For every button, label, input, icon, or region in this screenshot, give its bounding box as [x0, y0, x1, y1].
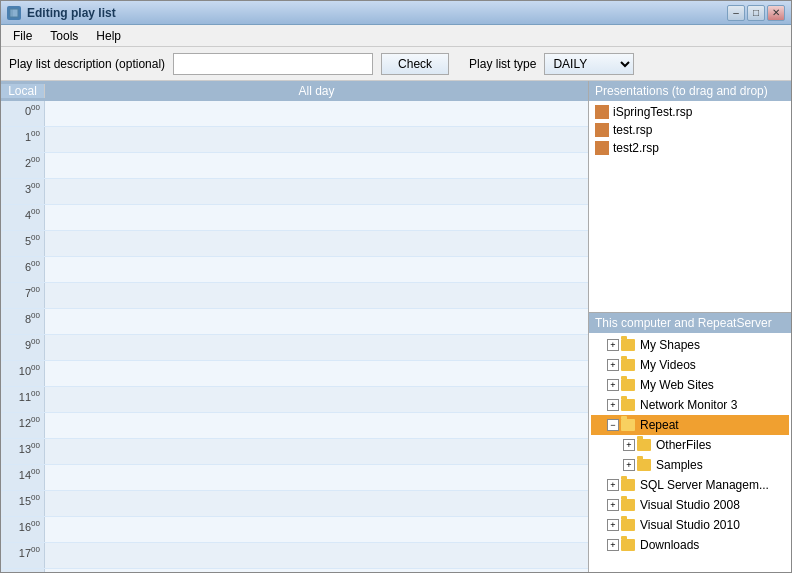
tree-item-label: My Shapes — [640, 338, 700, 352]
calendar-row[interactable]: 1400 — [1, 465, 588, 491]
tree-item[interactable]: +Visual Studio 2010 — [591, 515, 789, 535]
tree-item[interactable]: +My Videos — [591, 355, 789, 375]
event-cell[interactable] — [45, 361, 588, 386]
check-button[interactable]: Check — [381, 53, 449, 75]
calendar-row[interactable]: 400 — [1, 205, 588, 231]
time-cell: 1400 — [1, 465, 45, 490]
folder-icon — [621, 379, 635, 391]
time-cell: 800 — [1, 309, 45, 334]
event-cell[interactable] — [45, 439, 588, 464]
event-cell[interactable] — [45, 465, 588, 490]
presentation-item[interactable]: test2.rsp — [591, 139, 789, 157]
tree-item[interactable]: −Repeat — [591, 415, 789, 435]
event-cell[interactable] — [45, 491, 588, 516]
calendar-row[interactable]: 000 — [1, 101, 588, 127]
time-cell: 700 — [1, 283, 45, 308]
app-icon — [7, 6, 21, 20]
tree-item-label: Visual Studio 2008 — [640, 498, 740, 512]
calendar-row[interactable]: 1100 — [1, 387, 588, 413]
event-cell[interactable] — [45, 335, 588, 360]
time-cell: 1600 — [1, 517, 45, 542]
presentation-icon — [595, 141, 609, 155]
expand-icon[interactable]: + — [607, 499, 619, 511]
expand-icon[interactable]: + — [607, 479, 619, 491]
calendar-row[interactable]: 1200 — [1, 413, 588, 439]
calendar-row[interactable]: 1600 — [1, 517, 588, 543]
description-label: Play list description (optional) — [9, 57, 165, 71]
folder-icon — [621, 519, 635, 531]
collapse-icon[interactable]: − — [607, 419, 619, 431]
event-cell[interactable] — [45, 413, 588, 438]
expand-icon[interactable]: + — [607, 519, 619, 531]
calendar-row[interactable]: 1700 — [1, 543, 588, 569]
calendar-row[interactable]: 1800 — [1, 569, 588, 572]
event-cell[interactable] — [45, 309, 588, 334]
expand-icon[interactable]: + — [623, 459, 635, 471]
folder-icon — [621, 359, 635, 371]
calendar-scroll[interactable]: 0001002003004005006007008009001000110012… — [1, 101, 588, 572]
tree-item-label: OtherFiles — [656, 438, 711, 452]
main-area: Local All day 00010020030040050060070080… — [1, 81, 791, 572]
menu-help[interactable]: Help — [88, 27, 129, 45]
event-cell[interactable] — [45, 127, 588, 152]
tree-item[interactable]: +Downloads — [591, 535, 789, 555]
expand-icon[interactable]: + — [607, 379, 619, 391]
calendar-row[interactable]: 900 — [1, 335, 588, 361]
calendar-row[interactable]: 300 — [1, 179, 588, 205]
expand-icon[interactable]: + — [607, 539, 619, 551]
tree-item-label: Visual Studio 2010 — [640, 518, 740, 532]
calendar-row[interactable]: 200 — [1, 153, 588, 179]
tree-item[interactable]: +Visual Studio 2008 — [591, 495, 789, 515]
event-cell[interactable] — [45, 231, 588, 256]
tree-item-label: Repeat — [640, 418, 679, 432]
event-cell[interactable] — [45, 569, 588, 572]
time-cell: 900 — [1, 335, 45, 360]
folder-icon — [637, 439, 651, 451]
tree-scroll[interactable]: +My Shapes+My Videos+My Web Sites+Networ… — [589, 333, 791, 572]
event-cell[interactable] — [45, 543, 588, 568]
tree-item[interactable]: +My Web Sites — [591, 375, 789, 395]
calendar-row[interactable]: 500 — [1, 231, 588, 257]
event-cell[interactable] — [45, 179, 588, 204]
expand-icon[interactable]: + — [607, 399, 619, 411]
event-cell[interactable] — [45, 257, 588, 282]
minimize-button[interactable]: – — [727, 5, 745, 21]
menu-file[interactable]: File — [5, 27, 40, 45]
right-panel: Presentations (to drag and drop) iSpring… — [589, 81, 791, 572]
event-cell[interactable] — [45, 387, 588, 412]
description-input[interactable] — [173, 53, 373, 75]
presentations-list[interactable]: iSpringTest.rsptest.rsptest2.rsp — [589, 101, 791, 312]
tree-item[interactable]: +OtherFiles — [591, 435, 789, 455]
folder-icon — [621, 539, 635, 551]
event-cell[interactable] — [45, 101, 588, 126]
calendar-row[interactable]: 1300 — [1, 439, 588, 465]
event-cell[interactable] — [45, 283, 588, 308]
title-bar-controls: – □ ✕ — [727, 5, 785, 21]
event-cell[interactable] — [45, 153, 588, 178]
menu-tools[interactable]: Tools — [42, 27, 86, 45]
playlist-type-select[interactable]: DAILY WEEKLY MONTHLY — [544, 53, 634, 75]
expand-icon[interactable]: + — [607, 339, 619, 351]
title-bar-left: Editing play list — [7, 6, 116, 20]
calendar-row[interactable]: 1500 — [1, 491, 588, 517]
tree-item[interactable]: +SQL Server Managem... — [591, 475, 789, 495]
tree-item-label: SQL Server Managem... — [640, 478, 769, 492]
event-cell[interactable] — [45, 517, 588, 542]
presentation-item[interactable]: iSpringTest.rsp — [591, 103, 789, 121]
presentation-item[interactable]: test.rsp — [591, 121, 789, 139]
close-button[interactable]: ✕ — [767, 5, 785, 21]
maximize-button[interactable]: □ — [747, 5, 765, 21]
calendar-row[interactable]: 1000 — [1, 361, 588, 387]
calendar-row[interactable]: 100 — [1, 127, 588, 153]
time-cell: 000 — [1, 101, 45, 126]
calendar-row[interactable]: 700 — [1, 283, 588, 309]
tree-item[interactable]: +My Shapes — [591, 335, 789, 355]
event-cell[interactable] — [45, 205, 588, 230]
window-title: Editing play list — [27, 6, 116, 20]
calendar-row[interactable]: 600 — [1, 257, 588, 283]
calendar-row[interactable]: 800 — [1, 309, 588, 335]
expand-icon[interactable]: + — [607, 359, 619, 371]
tree-item[interactable]: +Samples — [591, 455, 789, 475]
tree-item[interactable]: +Network Monitor 3 — [591, 395, 789, 415]
expand-icon[interactable]: + — [623, 439, 635, 451]
